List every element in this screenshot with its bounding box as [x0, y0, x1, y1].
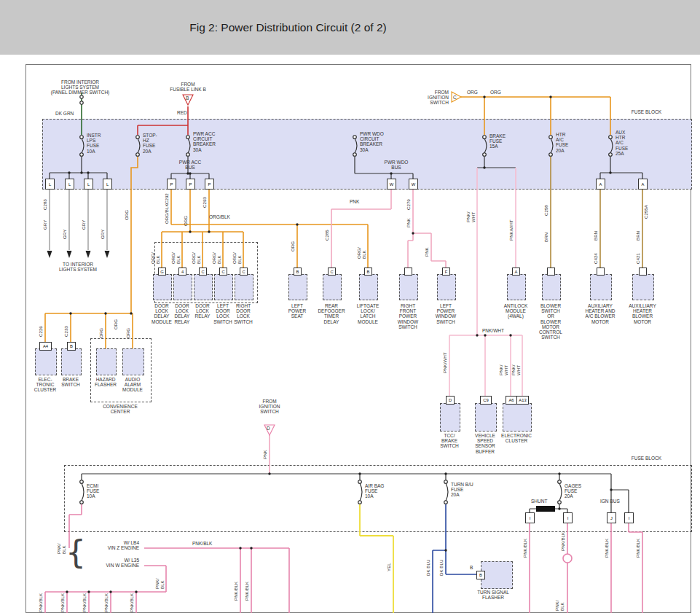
connector-label-c292: C292: [165, 193, 170, 204]
component-label: AUDIO ALARM MODULE: [118, 377, 147, 393]
fuse-block-pin-l3: L: [84, 179, 93, 190]
wire-label-org: ORG: [184, 216, 189, 226]
fuse-block-pin-a2: A: [638, 179, 648, 190]
component-box-audio-alarm: [122, 348, 144, 375]
connector-label-c258: C258: [544, 205, 549, 216]
triangle-letter-d: D: [267, 426, 270, 431]
component-label: BRAKE SWITCH: [56, 377, 85, 387]
component-box-door-lock-delay-module: [153, 274, 172, 300]
component-box-antilock-module: [507, 274, 526, 300]
wire-label-gry: GRY: [101, 230, 106, 239]
wire-label-orgblk: ORG/ BLK: [171, 252, 181, 264]
component-label: TCC/ BRAKE SWITCH: [435, 433, 464, 449]
fuse-block-pin-l4: L: [103, 179, 112, 190]
component-label: TURN SIGNAL FLASHER: [472, 590, 514, 600]
fuse-block-top-label: FUSE BLOCK: [618, 109, 661, 114]
component-box-aux-heater-ac-blower: [590, 274, 612, 300]
connector-label-c283: C283: [43, 199, 48, 210]
component-box-vss-buffer: [475, 403, 497, 432]
fuse-label-ecmi: ECMI FUSE 10A: [87, 483, 99, 499]
wire-label-gry: GRY: [43, 220, 48, 230]
source-ignition-mid: FROM IGNITION SWITCH: [255, 399, 284, 415]
wire-label-pnkblk: PNK/ BLK: [555, 601, 565, 611]
wire-label-pnkblk: PNK/BLK: [561, 532, 566, 551]
fuse-label-pwr-wdo: PWR WDO CIRCUIT BREAKER 30A: [360, 131, 384, 152]
fuse-label-stop-hz: STOP- HZ FUSE 20A: [143, 133, 157, 154]
wire-label-pnkwht: PNK/ WHT: [466, 212, 476, 222]
fuse-symbol-instr-lps: [80, 136, 84, 157]
component-pin: A4: [39, 342, 52, 351]
component-box-tcc-brake-switch: [440, 403, 460, 432]
wire-label-pnkblk: PNK/BLK: [245, 582, 250, 601]
component-pin: B: [476, 571, 485, 579]
component-pin: 4: [178, 268, 186, 276]
fuse-block-pin-p3: P: [205, 179, 214, 190]
wire-label-pnkblk: PNK/BLK: [234, 582, 239, 601]
component-label: ELECTRONIC CLUSTER: [498, 433, 535, 443]
wire-label-yel: YEL: [387, 563, 392, 571]
component-pin: C: [240, 268, 248, 276]
component-pin: B: [294, 268, 302, 276]
wire-dk-blu: [433, 504, 476, 613]
component-pin: [404, 268, 412, 276]
fuse-symbols-bottom: [80, 480, 562, 504]
fuse-block-pin-w1: W: [387, 179, 396, 190]
component-box-right-front-window-switch: [399, 274, 418, 300]
component-pin: D: [446, 396, 455, 405]
wire-label-pnkblk-h: PNK/BLK: [192, 541, 212, 546]
fuse-block-bottom-label: FUSE BLOCK: [618, 456, 661, 461]
wire-label-org: ORG: [114, 319, 119, 329]
shunt-bar-symbol: [536, 506, 555, 512]
fuse-label-htr-ac: HTR A/C FUSE 20A: [556, 132, 568, 153]
wire-label-pnkblk: PNK/BLK: [104, 593, 109, 612]
ign-bus-label: IGN BUS: [600, 499, 620, 504]
component-label: ANTILOCK MODULE (4WAL): [497, 303, 535, 319]
wire-label-orgblk: ORG/ BLK: [192, 252, 202, 264]
component-box-door-lock-relay: [194, 274, 213, 300]
source-ignition-top: FROM IGNITION SWITCH: [420, 90, 449, 106]
fuse-block-pin-p2: P: [186, 179, 195, 190]
component-pin: [547, 268, 555, 276]
fuse-label-aux-htr: AUX HTR A/C FUSE 25A: [616, 130, 628, 156]
component-box-electronic-cluster-1: [35, 348, 57, 375]
triangle-letter-c: C: [453, 95, 457, 100]
wire-label-org: ORG: [467, 90, 478, 95]
wire-label-pnkblk: PNK/BLK: [523, 539, 528, 558]
wire-label-dkblu: DK BLU: [426, 560, 431, 576]
inline-connector-icon: [80, 101, 83, 104]
engine-variant-2: W/ L35 VIN W ENGINE: [77, 558, 139, 568]
component-pin: C: [328, 268, 336, 276]
fuse-symbol-air-bag: [358, 480, 362, 504]
component-pin: [639, 268, 647, 276]
fuse-symbol-ecmi: [80, 480, 84, 504]
shunt-label: SHUNT: [531, 499, 547, 504]
wire-gry: [50, 188, 107, 250]
wire-label-brn: BRN: [594, 231, 599, 241]
component-box-right-door-lock-switch: [235, 274, 253, 300]
page: { "header": { "title": "Fig 2: Power Dis…: [0, 0, 700, 613]
component-label: LEFT POWER WINDOW SWITCH: [430, 303, 462, 324]
source-fusible-link: FROM FUSIBLE LINK B: [166, 82, 210, 92]
wire-label-pnkblk: PNK/BLK: [60, 593, 66, 612]
fuse-block2-pin-i2: I: [563, 512, 573, 523]
wire-label-orgblk: ORG/ BLK: [357, 247, 367, 259]
wire-label-orgblk: ORG/ BLK: [232, 252, 243, 264]
component-pin: B: [67, 342, 76, 351]
fuse-block2-pin-i3: I: [624, 512, 634, 523]
component-label: RIGHT FRONT POWER WINDOW SWITCH: [392, 303, 424, 329]
wire-label-orgblk: ORG/ BLK: [151, 252, 161, 264]
component-pin: C: [199, 268, 207, 276]
engine-variant-1: W/ LB4 VIN Z ENGINE: [77, 540, 139, 550]
fuse-label-turn-bu: TURN B/U FUSE 20A: [451, 482, 473, 498]
fuse-symbol-htr-ac: [549, 136, 553, 157]
breaker-symbol-pwr-wdo: [353, 136, 357, 157]
wire-label-org: ORG: [99, 328, 104, 338]
component-box-door-lock-delay-relay: [173, 274, 192, 300]
connector-label-c285: C285: [325, 230, 330, 241]
to-interior-lights-label: TO INTERIOR LIGHTS SYSTEM: [52, 262, 103, 272]
component-pin: A6: [506, 396, 517, 405]
wire-label-pnkblk: PNK/BLK: [39, 593, 44, 612]
wire-pnk: [270, 188, 446, 474]
wire-label-pnk: PNK: [263, 450, 268, 459]
fuse-label-air-bag: AIR BAG FUSE 10A: [365, 483, 384, 499]
